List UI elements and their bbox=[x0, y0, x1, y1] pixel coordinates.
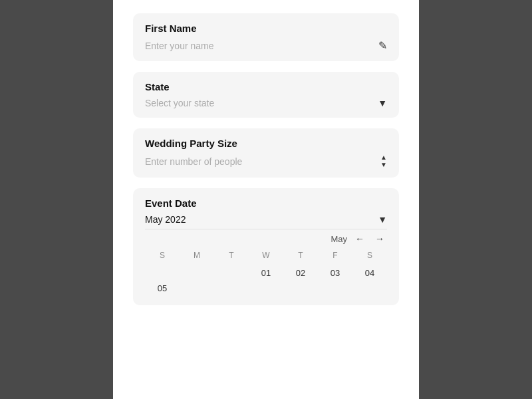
weekday-sun: S bbox=[145, 248, 180, 263]
weekday-wed: W bbox=[249, 248, 283, 263]
prev-month-button[interactable]: ← bbox=[352, 233, 367, 244]
center-panel: First Name Enter your name ✎ State Selec… bbox=[113, 0, 419, 399]
calendar-day-04[interactable]: 04 bbox=[352, 265, 387, 281]
calendar-days: 01 02 03 04 05 bbox=[145, 265, 387, 296]
calendar-day-03[interactable]: 03 bbox=[318, 265, 352, 281]
weekday-fri: F bbox=[318, 248, 352, 263]
calendar-divider bbox=[145, 229, 387, 229]
calendar-nav-row: May ← → bbox=[145, 233, 387, 244]
state-label: State bbox=[145, 81, 387, 92]
wedding-party-size-label: Wedding Party Size bbox=[145, 138, 387, 149]
state-card: State Select your state ▼ bbox=[133, 72, 399, 118]
calendar-weekdays: S M T W T F S bbox=[145, 248, 387, 263]
month-dropdown-row: May 2022 ▼ bbox=[145, 214, 387, 225]
next-month-button[interactable]: → bbox=[372, 233, 387, 244]
edit-icon[interactable]: ✎ bbox=[378, 39, 387, 52]
calendar-day bbox=[214, 265, 249, 281]
first-name-placeholder: Enter your name bbox=[145, 41, 378, 51]
calendar-day bbox=[180, 265, 214, 281]
calendar-day-05[interactable]: 05 bbox=[145, 281, 180, 296]
weekday-tue: T bbox=[214, 248, 249, 263]
wedding-party-size-card: Wedding Party Size Enter number of peopl… bbox=[133, 128, 399, 178]
event-date-label: Event Date bbox=[145, 198, 387, 209]
spinner-up-icon[interactable]: ▲ bbox=[380, 154, 387, 161]
weekday-thu: T bbox=[283, 248, 318, 263]
month-nav-label: May bbox=[331, 234, 347, 244]
wedding-party-size-placeholder: Enter number of people bbox=[145, 156, 380, 167]
first-name-label: First Name bbox=[145, 23, 387, 34]
state-dropdown-icon[interactable]: ▼ bbox=[378, 98, 387, 108]
weekday-sat: S bbox=[352, 248, 387, 263]
month-value: May 2022 bbox=[145, 214, 186, 225]
number-spinner[interactable]: ▲ ▼ bbox=[380, 154, 387, 168]
weekday-mon: M bbox=[180, 248, 214, 263]
calendar-day-01[interactable]: 01 bbox=[249, 265, 283, 281]
state-placeholder: Select your state bbox=[145, 98, 378, 108]
calendar-day-02[interactable]: 02 bbox=[283, 265, 318, 281]
event-date-dropdown-icon[interactable]: ▼ bbox=[378, 214, 387, 225]
event-date-card: Event Date May 2022 ▼ May ← → S M T W T … bbox=[133, 188, 399, 305]
calendar-day bbox=[145, 265, 180, 281]
spinner-down-icon[interactable]: ▼ bbox=[380, 162, 387, 168]
first-name-card: First Name Enter your name ✎ bbox=[133, 13, 399, 61]
